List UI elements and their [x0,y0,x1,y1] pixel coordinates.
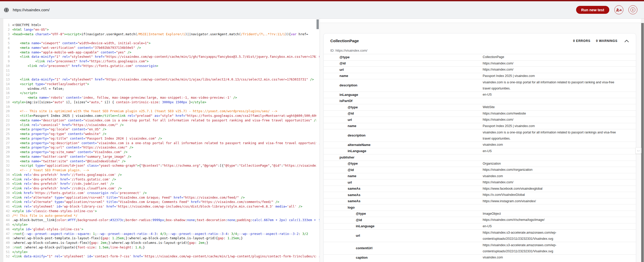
code-text: window.rtl = false; [10,86,64,91]
property-row[interactable]: namePassport Index 2025 | visaindex.com [324,73,636,79]
property-row[interactable]: inLanguageen-US [324,223,636,230]
property-value: CollectionPage [483,54,504,60]
property-name: alternateName [324,143,371,147]
property-row[interactable]: @idhttps://visaindex.com/#/schema/logo/i… [324,217,636,223]
line-number: 10 [0,64,10,68]
property-row[interactable]: namevisaindex.com [324,173,636,179]
property-row[interactable]: sameAshttps://www.instagram.com/visainde… [324,198,636,204]
property-row[interactable]: isPartOf [324,98,636,104]
line-number: 7 [0,50,10,55]
code-text: <link rel="alternate" type="application/… [10,200,279,204]
code-scrollbar-thumb[interactable] [317,19,319,29]
code-line: 23 <link rel="canonical" href="https://v… [0,123,320,127]
code-line: 38<link href='https://fonts.gstatic.com'… [0,191,320,195]
code-line: 49:where(.wp-block-columns.is-layout-fle… [0,241,320,245]
property-name: sameAs [324,187,360,190]
property-value: ImageObject [483,211,501,217]
line-number: 45 [0,222,10,227]
line-number: 5 [0,41,10,45]
property-name: @type [324,212,366,215]
code-line: 18<style>img:is([sizes="auto" i], [sizes… [0,100,320,105]
window-scrollbar-thumb[interactable] [641,23,644,262]
top-bar: https://visaindex.com/ Run new test あa i [0,1,644,19]
code-text: <link rel="preconnect" href="https://fon… [10,64,158,68]
line-number: 17 [0,95,10,100]
property-row[interactable]: inLanguageen-US [324,148,636,154]
property-row[interactable]: @typeWebSite [324,104,636,110]
property-row[interactable]: urlhttps://visaindex.com/ [324,66,636,73]
line-number: 29 [0,150,10,154]
window-vertical-scrollbar[interactable] [641,19,644,262]
code-text: <meta name="apple-mobile-web-app-capable… [10,50,131,55]
run-new-test-button[interactable]: Run new test [576,6,609,14]
property-row[interactable]: captionvisaindex.com [324,254,636,261]
line-number: 14 [0,82,10,86]
code-text: <link rel='dns-prefetch' href='//fonts.g… [10,177,116,182]
code-vertical-scrollbar[interactable] [316,19,319,262]
collapse-card-button[interactable] [623,37,630,44]
code-line: 26 <meta property="og:title" content="Pa… [0,136,320,141]
property-row[interactable]: descriptionvisaindex.com is a one-stop p… [324,129,636,142]
property-row[interactable]: @idhttps://visaindex.com/ [324,60,636,67]
property-name: name [324,174,356,178]
property-value: https://visaindex.com/#website [483,110,526,117]
property-row[interactable]: @typeCollectionPage [324,54,636,60]
code-text: <meta name="wot-verification" content="3… [10,45,141,50]
property-value: Passport Index 2025 | visaindex.com [483,73,535,79]
code-text: /*! This file is auto-generated */ [10,213,78,218]
code-line: 46<style id='global-styles-inline-css'> [0,227,320,232]
property-value: https://visaindex.com/ [483,117,513,123]
code-line: 41<link rel='stylesheet' id='wp-block-li… [0,204,320,209]
pane-resize-handle[interactable]: ›.‹ [635,147,641,154]
property-row[interactable]: urlhttps://visaindex.com/ [324,179,636,186]
code-text: <link data-minify="1" rel='stylesheet' i… [10,254,320,259]
property-row[interactable]: @typeImageObject [324,211,636,217]
code-line: 43/*! This file is auto-generated */ [0,213,320,218]
property-row[interactable]: @idhttps://visaindex.com/#website [324,110,636,117]
property-value: https://visaindex.s3-accelerate.amazonaw… [483,242,556,254]
property-row[interactable]: logo [324,204,636,211]
info-button[interactable]: i [628,5,637,14]
code-text: <meta name='robots' content='index, foll… [10,95,237,100]
code-line: 20 <!-- This site is optimized with the … [0,109,320,113]
property-row[interactable]: publisher [324,154,636,161]
language-button[interactable]: あa [614,5,623,14]
code-line: 34<link rel='dns-prefetch' href='//fonts… [0,173,320,177]
code-text: <!DOCTYPE html> [10,23,41,27]
property-row[interactable]: inLanguageen-US [324,92,636,98]
code-line: 36<link rel='dns-prefetch' href='//cdn.j… [0,181,320,186]
property-row[interactable]: alternateNamevisaindex.com [324,142,636,148]
code-text: <script type="application/ld+json" class… [10,163,320,168]
line-number: 8 [0,54,10,59]
property-row[interactable]: @idhttps://visaindex.com/#organization [324,167,636,173]
code-line: 33 <!-- / Yoast SEO Premium plugin. --> [0,168,320,173]
property-name: @id [324,218,362,222]
code-line: 14 <script type="rocketlazyloadscript"> [0,82,320,86]
property-row[interactable]: descriptionvisaindex.com is a one-stop p… [324,79,636,92]
property-value: https://visaindex.com/ [483,60,513,67]
property-row[interactable]: contentUrlhttps://visaindex.s3-accelerat… [324,242,636,254]
property-name: @id [324,168,354,172]
property-value: en-US [483,92,492,98]
property-row[interactable]: urlhttps://visaindex.s3-accelerate.amazo… [324,229,636,242]
property-name: description [324,83,357,87]
property-row[interactable]: urlhttps://visaindex.com/ [324,117,636,123]
property-name: inLanguage [324,149,366,153]
code-text: <link rel='dns-prefetch' href='//cdnjs.c… [10,186,122,191]
code-text: <style id='global-styles-inline-css'> [10,227,83,232]
code-line: 15 window.rtl = false; [0,86,320,91]
property-name: sameAs [324,193,360,197]
property-row[interactable]: sameAshttps://x.com/VisaIndexGlobal [324,192,636,198]
line-number: 25 [0,132,10,136]
property-value: en-US [483,148,492,154]
code-line: 3<head><meta charset="UTF-8"><script>if(… [0,32,320,37]
code-text: <style>img:is([sizes="auto" i], [sizes^=… [10,100,206,105]
property-row[interactable]: @typeOrganization [324,161,636,167]
code-line: 50:root :where(.wp-block-pullquote){font… [0,245,320,250]
property-row[interactable]: namePassport Index 2025 | visaindex.com [324,123,636,129]
brand-top-border [0,0,644,1]
line-number: 39 [0,195,10,200]
property-row[interactable]: sameAshttps://www.facebook.com/visaindex… [324,186,636,192]
code-line: 10 <link rel="preconnect" href="https://… [0,64,320,68]
property-name: name [324,124,356,128]
